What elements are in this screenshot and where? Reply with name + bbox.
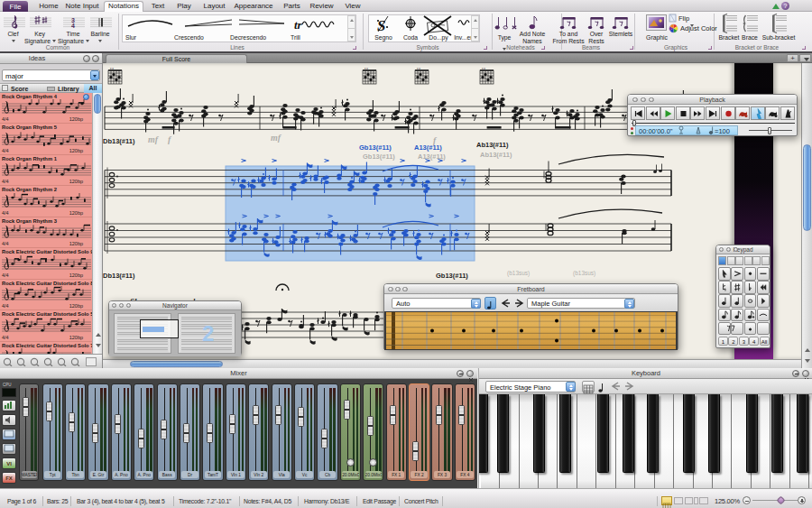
svg-text:mf: mf bbox=[148, 134, 160, 144]
svg-text:tr: tr bbox=[294, 18, 303, 32]
svg-text:x o: x o bbox=[417, 67, 420, 70]
svg-text:mf: mf bbox=[271, 133, 282, 143]
svg-text:Db13(#11): Db13(#11) bbox=[103, 137, 135, 145]
svg-text:=100: =100 bbox=[715, 127, 730, 135]
svg-text:Db13(#11): Db13(#11) bbox=[103, 272, 135, 280]
svg-text:x o: x o bbox=[364, 67, 368, 70]
svg-text:Ab13(#11): Ab13(#11) bbox=[480, 151, 512, 159]
svg-text:Gb13(#11): Gb13(#11) bbox=[363, 152, 395, 161]
svg-text:Flip: Flip bbox=[678, 14, 689, 23]
svg-text:x o: x o bbox=[110, 67, 114, 70]
svg-text:A13(#11): A13(#11) bbox=[414, 143, 442, 152]
svg-text:(b13sus): (b13sus) bbox=[573, 270, 595, 277]
svg-text:(b13sus): (b13sus) bbox=[507, 270, 530, 277]
svg-text:A13(#11): A13(#11) bbox=[418, 152, 446, 161]
svg-text:x o: x o bbox=[482, 67, 485, 70]
svg-text:4: 4 bbox=[71, 23, 75, 29]
svg-text:Gb13(#11): Gb13(#11) bbox=[359, 143, 392, 152]
svg-text:f: f bbox=[168, 134, 172, 144]
svg-text:Ab13(#11): Ab13(#11) bbox=[476, 141, 509, 149]
svg-text:Gb13(#11): Gb13(#11) bbox=[436, 272, 468, 280]
